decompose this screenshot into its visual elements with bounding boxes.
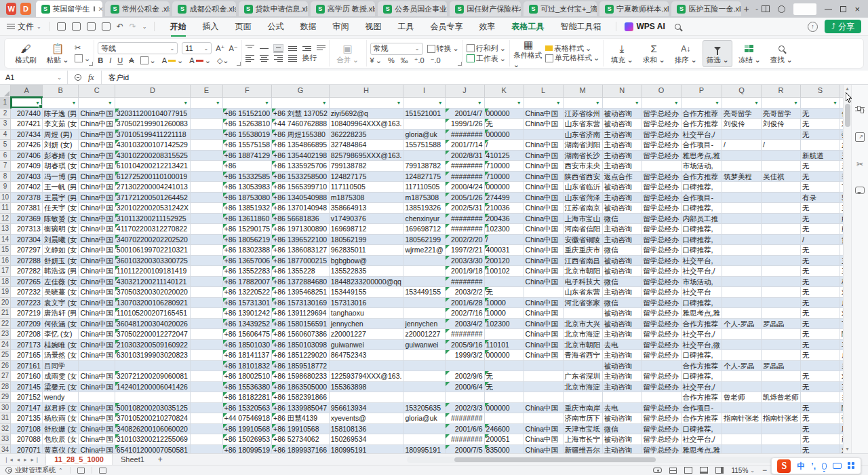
- cell[interactable]: 610104200212213421: [115, 161, 190, 172]
- row-header-2[interactable]: 2: [0, 108, 11, 119]
- cell[interactable]: [762, 203, 801, 214]
- increase-indent-icon[interactable]: [302, 45, 311, 52]
- cell[interactable]: /: [484, 234, 524, 245]
- undo-icon[interactable]: ↶: [117, 22, 123, 31]
- cell[interactable]: 留学总经办: [642, 245, 681, 256]
- cell[interactable]: China中国: [524, 192, 563, 203]
- cell[interactable]: [762, 161, 801, 172]
- row-header-32[interactable]: 32: [0, 423, 11, 434]
- cell[interactable]: +86 1396522100: [272, 234, 330, 245]
- align-right-icon[interactable]: [274, 54, 283, 62]
- cell[interactable]: 吴晓蔓 (女: [42, 287, 78, 298]
- cell[interactable]: 无: [801, 402, 840, 413]
- cell[interactable]: /: [722, 140, 762, 151]
- row-header-6[interactable]: 6: [0, 150, 11, 161]
- wrap-text-button[interactable]: 换行: [302, 54, 317, 62]
- cell[interactable]: 无: [801, 423, 840, 434]
- cell[interactable]: v17490376: [329, 213, 403, 224]
- cell[interactable]: +86 18753080: [222, 192, 271, 203]
- cell[interactable]: gloria@uk: [403, 129, 445, 140]
- cell[interactable]: 799138782: [329, 161, 403, 172]
- cell[interactable]: 合作项目-: [681, 402, 722, 413]
- cell[interactable]: [762, 255, 801, 266]
- worksheet-button[interactable]: 工作表 ⌄: [467, 54, 506, 62]
- filter-button[interactable]: 筛选 ⌄: [703, 40, 732, 67]
- cell[interactable]: +86 18182281: [222, 392, 271, 403]
- cell[interactable]: 被动咨询: [602, 119, 642, 130]
- column-header-N[interactable]: N: [602, 85, 642, 97]
- cell[interactable]: [191, 339, 223, 350]
- cell[interactable]: 陈敏赟 (女: [42, 213, 78, 224]
- cell[interactable]: 留学总经办: [642, 119, 681, 130]
- save-icon[interactable]: [57, 22, 66, 31]
- cell[interactable]: [524, 287, 563, 298]
- cell[interactable]: [762, 308, 801, 319]
- cell[interactable]: 180562199: [403, 234, 445, 245]
- cell[interactable]: +86 田慧4139: [272, 413, 330, 424]
- cell[interactable]: [722, 308, 762, 319]
- cell[interactable]: [642, 360, 681, 371]
- cell[interactable]: 周煜 (男): [42, 129, 78, 140]
- cell[interactable]: [762, 350, 801, 361]
- column-header-M[interactable]: M: [563, 85, 602, 97]
- menu-tab-页面[interactable]: 页面: [228, 18, 259, 35]
- cell[interactable]: guiwanwei: [329, 339, 403, 350]
- row-header-21[interactable]: 21: [0, 308, 11, 319]
- cell[interactable]: 李忆 (女): [42, 329, 78, 340]
- cell[interactable]: [722, 434, 762, 445]
- row-header-30[interactable]: 30: [0, 402, 11, 413]
- cell[interactable]: 1999/1/26: [445, 119, 484, 130]
- cell[interactable]: 舒欣姗 (女: [42, 423, 78, 434]
- cell[interactable]: [403, 266, 445, 277]
- filter-dropdown-icon[interactable]: ▼: [70, 99, 77, 107]
- cell[interactable]: [115, 360, 190, 371]
- merge-center-button[interactable]: ▣ 合并 ⌄: [333, 40, 363, 67]
- cell[interactable]: [722, 287, 762, 298]
- cell[interactable]: 刘俊伶: [722, 119, 762, 130]
- clipboard-status-icon[interactable]: [77, 468, 85, 474]
- cell[interactable]: 370105200210270824: [115, 413, 190, 424]
- row-header-28[interactable]: 28: [0, 381, 11, 392]
- insert-function-button[interactable]: fx: [88, 73, 94, 83]
- quick-access-chevron-icon[interactable]: ⌄: [142, 24, 147, 30]
- filter-dropdown-icon[interactable]: ▼: [263, 99, 271, 107]
- menu-tab-公式[interactable]: 公式: [260, 18, 292, 35]
- cell[interactable]: 207282: [11, 266, 43, 277]
- cell[interactable]: 合作方推荐: [681, 318, 722, 329]
- cell[interactable]: 口碑推荐,: [681, 371, 722, 382]
- cell[interactable]: [722, 329, 762, 340]
- cell[interactable]: [762, 192, 801, 203]
- italic-button[interactable]: I: [109, 57, 111, 64]
- row-header-10[interactable]: 10: [0, 192, 11, 203]
- header-cell[interactable]: 出生日期▼: [445, 97, 484, 108]
- cell[interactable]: ########: [445, 276, 484, 287]
- cell[interactable]: 社交平台,/: [681, 266, 722, 277]
- document-tab[interactable]: S医护五险一金.xlsx: [671, 1, 741, 16]
- cell[interactable]: [524, 129, 563, 140]
- cell[interactable]: 207160: [11, 371, 43, 382]
- cell[interactable]: 2001/6/28: [445, 297, 484, 308]
- cell[interactable]: China中国: [79, 434, 115, 445]
- cell[interactable]: 有录: [801, 192, 840, 203]
- row-header-1[interactable]: 1: [0, 97, 11, 108]
- cell[interactable]: 罗晶晶: [762, 318, 801, 329]
- cell[interactable]: 无: [801, 276, 840, 287]
- cell[interactable]: China中国: [524, 213, 563, 224]
- name-box[interactable]: A1 ⌄: [0, 71, 68, 84]
- cell[interactable]: [79, 360, 115, 371]
- cell[interactable]: +86 19910568: [222, 423, 271, 434]
- cell[interactable]: China中国: [79, 339, 115, 350]
- cell[interactable]: China中国: [524, 255, 563, 266]
- cell[interactable]: 新疆维吾尔: [563, 444, 602, 453]
- cell[interactable]: 筑梦美程: [722, 171, 762, 182]
- cell[interactable]: 江苏省南京: [563, 203, 602, 214]
- page-layout-view-icon[interactable]: [700, 467, 708, 474]
- cut-button[interactable]: ✂: [75, 44, 90, 52]
- cell[interactable]: chenxinyur: [403, 213, 445, 224]
- cell[interactable]: 包欣辰 (女: [42, 434, 78, 445]
- cell[interactable]: 320721200209060081: [115, 371, 190, 382]
- menu-tab-表格工具[interactable]: 表格工具: [505, 18, 552, 35]
- cell[interactable]: 舒妍玉 (女: [42, 255, 78, 266]
- column-header-B[interactable]: B: [42, 85, 78, 97]
- cell[interactable]: 被动咨询: [602, 308, 642, 319]
